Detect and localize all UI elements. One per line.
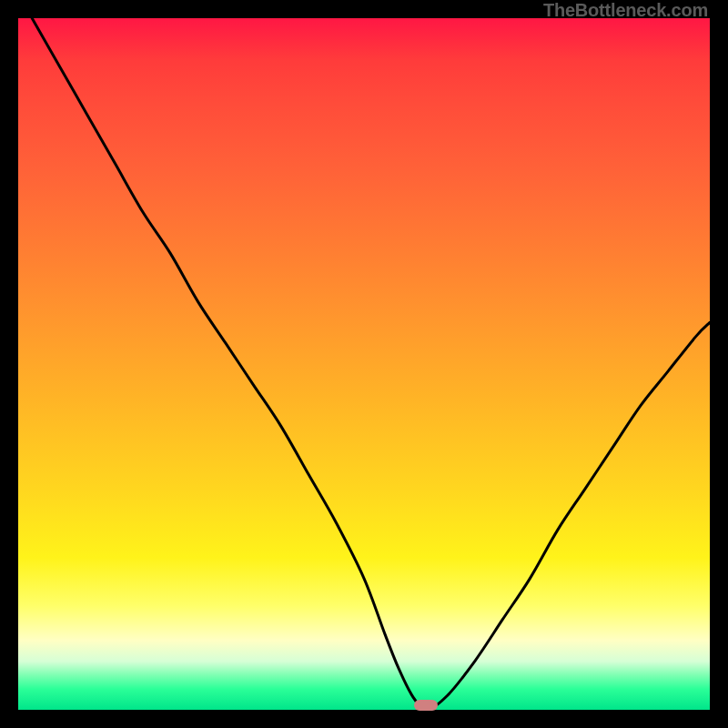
frame-right bbox=[710, 0, 728, 728]
plot-area bbox=[18, 18, 710, 710]
frame-left bbox=[0, 0, 18, 728]
bottleneck-curve bbox=[18, 18, 710, 710]
frame-bottom bbox=[0, 710, 728, 728]
minimum-marker bbox=[414, 700, 438, 711]
chart-stage: TheBottleneck.com bbox=[0, 0, 728, 728]
watermark-text: TheBottleneck.com bbox=[543, 0, 708, 21]
